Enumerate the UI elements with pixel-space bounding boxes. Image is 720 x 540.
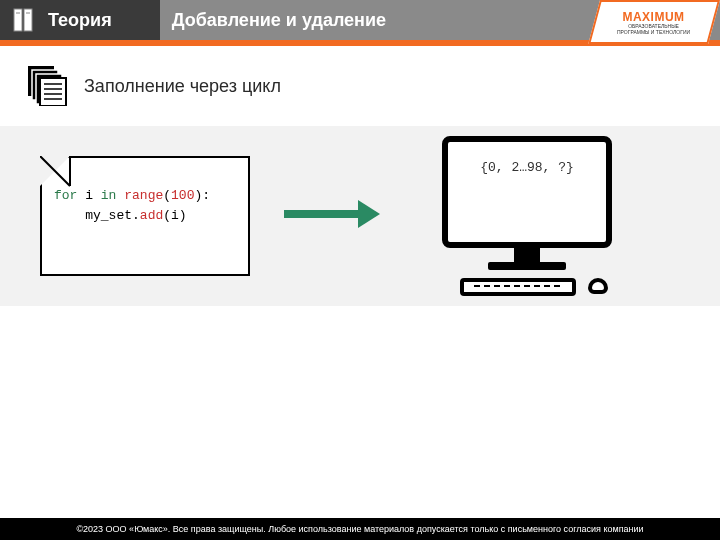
monitor-base-icon bbox=[488, 262, 566, 270]
monitor-output: {0, 2…98, ?} bbox=[480, 160, 574, 175]
code-var: i bbox=[77, 188, 100, 203]
code-num: 100 bbox=[171, 188, 194, 203]
svg-rect-0 bbox=[14, 9, 22, 31]
svg-line-12 bbox=[40, 156, 70, 186]
code-indent: my_set. bbox=[54, 208, 140, 223]
mouse-icon bbox=[588, 278, 608, 294]
code-content: for i in range(100): my_set.add(i) bbox=[42, 158, 248, 237]
code-card: for i in range(100): my_set.add(i) bbox=[40, 156, 250, 276]
svg-rect-1 bbox=[24, 9, 32, 31]
book-icon bbox=[10, 6, 38, 34]
main-content: for i in range(100): my_set.add(i) {0, 2… bbox=[0, 126, 720, 306]
svg-rect-7 bbox=[40, 78, 66, 106]
arrow-icon bbox=[280, 194, 380, 238]
code-fn-add: add bbox=[140, 208, 163, 223]
brand-name: MAXIMUM bbox=[618, 10, 691, 24]
header-bar: Теория Добавление и удаление MAXIMUM ОБР… bbox=[0, 0, 720, 40]
code-paren: ( bbox=[163, 188, 171, 203]
code-line1-end: ): bbox=[194, 188, 210, 203]
brand-tagline-2: ПРОГРАММЫ И ТЕХНОЛОГИИ bbox=[618, 29, 691, 35]
svg-marker-16 bbox=[358, 200, 380, 228]
code-keyword-in: in bbox=[101, 188, 117, 203]
monitor-icon: {0, 2…98, ?} bbox=[442, 136, 612, 248]
header-title: Добавление и удаление bbox=[172, 10, 386, 31]
document-stack-icon bbox=[24, 62, 68, 110]
keyboard-icon bbox=[460, 278, 576, 296]
subtitle-row: Заполнение через цикл bbox=[0, 46, 720, 126]
header-section-label: Теория bbox=[48, 10, 112, 31]
brand-logo: MAXIMUM ОБРАЗОВАТЕЛЬНЫЕ ПРОГРАММЫ И ТЕХН… bbox=[588, 0, 720, 44]
fold-line-icon bbox=[40, 156, 72, 188]
code-keyword-for: for bbox=[54, 188, 77, 203]
footer-copyright: ©2023 ООО «Юмакс». Все права защищены. Л… bbox=[0, 518, 720, 540]
code-fn-range: range bbox=[116, 188, 163, 203]
subtitle: Заполнение через цикл bbox=[84, 76, 281, 97]
code-line2-end: (i) bbox=[163, 208, 186, 223]
computer-illustration: {0, 2…98, ?} bbox=[410, 136, 680, 296]
monitor-stand-icon bbox=[514, 248, 540, 262]
